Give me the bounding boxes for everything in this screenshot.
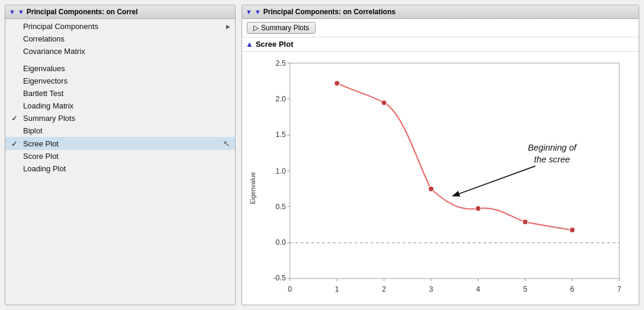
cursor-icon: ↖ (223, 139, 230, 148)
menu-item-summary-plots[interactable]: Summary Plots (5, 112, 235, 124)
svg-point-35 (475, 206, 481, 211)
menu-item-label-principal-components: Principal Components (23, 22, 98, 31)
right-panel-title: Principal Components: on Correlations (263, 8, 395, 16)
scree-plot-svg: 2.5 2.0 1.5 1.0 0.5 (256, 56, 633, 305)
left-panel: ▼ ▼ Principal Components: on Correl Prin… (5, 5, 236, 305)
menu-item-loading-matrix[interactable]: Loading Matrix (5, 100, 235, 112)
scree-section-title: Scree Plot (256, 40, 294, 49)
svg-text:0.0: 0.0 (276, 238, 286, 247)
menu-item-loading-plot[interactable]: Loading Plot (5, 162, 235, 175)
scree-collapse-icon[interactable]: ▲ (246, 40, 253, 49)
summary-plots-expand-icon: ▷ (253, 24, 259, 32)
menu-item-scree-plot[interactable]: Scree Plot↖ (5, 137, 235, 150)
y-axis-label: Eigenvalue (248, 56, 256, 305)
svg-text:-0.5: -0.5 (273, 274, 286, 282)
svg-text:1.5: 1.5 (276, 130, 286, 139)
menu-item-label-score-plot: Score Plot (23, 152, 59, 161)
svg-point-33 (381, 100, 387, 106)
summary-plots-label: Summary Plots (261, 24, 309, 32)
svg-point-37 (569, 227, 575, 232)
menu-item-label-scree-plot: Scree Plot (23, 139, 59, 148)
svg-text:0: 0 (288, 285, 292, 293)
menu-item-eigenvalues[interactable]: Eigenvalues (5, 62, 235, 75)
svg-text:5: 5 (523, 285, 527, 293)
svg-point-32 (334, 81, 340, 86)
right-panel-header: ▼ ▼ Principal Components: on Correlation… (242, 5, 639, 19)
right-panel: ▼ ▼ Principal Components: on Correlation… (242, 5, 639, 305)
svg-text:7: 7 (617, 285, 622, 293)
menu-item-label-eigenvectors: Eigenvectors (23, 76, 67, 85)
svg-text:0.5: 0.5 (276, 203, 286, 211)
menu-item-label-loading-plot: Loading Plot (23, 164, 66, 173)
right-collapse-arrow-icon[interactable]: ▼ (246, 8, 252, 15)
menu-item-label-correlations: Correlations (23, 34, 65, 43)
menu-item-covariance-matrix[interactable]: Covariance Matrix (5, 45, 235, 57)
menu-item-label-bartlett-test: Bartlett Test (23, 89, 63, 98)
left-panel-title: Principal Components: on Correl (27, 8, 138, 16)
right-indicator-icon: ▼ (255, 8, 261, 15)
summary-plots-button[interactable]: ▷ Summary Plots (247, 22, 315, 34)
menu-item-label-loading-matrix: Loading Matrix (23, 101, 73, 110)
chart-area: Eigenvalue 2.5 (242, 52, 639, 305)
scree-section-header: ▲ Scree Plot (242, 37, 639, 52)
menu-item-label-covariance-matrix: Covariance Matrix (23, 47, 85, 56)
left-panel-header: ▼ ▼ Principal Components: on Correl (5, 5, 235, 19)
svg-rect-0 (290, 63, 619, 278)
svg-point-34 (429, 186, 434, 191)
svg-text:the scree: the scree (534, 155, 570, 164)
svg-text:2: 2 (382, 285, 386, 293)
svg-text:Beginning of: Beginning of (528, 143, 578, 152)
collapse-arrow-icon[interactable]: ▼ (9, 8, 15, 15)
menu-item-principal-components[interactable]: Principal Components (5, 20, 235, 33)
svg-text:2.0: 2.0 (276, 95, 286, 103)
indicator-icon: ▼ (18, 8, 24, 15)
svg-text:1: 1 (335, 285, 339, 293)
menu-item-score-plot[interactable]: Score Plot (5, 150, 235, 162)
menu-item-label-biplot: Biplot (23, 126, 43, 135)
svg-text:6: 6 (570, 285, 574, 293)
chart-inner: Eigenvalue 2.5 (248, 56, 633, 305)
menu-item-label-eigenvalues: Eigenvalues (23, 64, 65, 73)
menu-item-biplot[interactable]: Biplot (5, 124, 235, 137)
svg-point-36 (523, 219, 528, 225)
svg-text:3: 3 (429, 285, 433, 293)
svg-text:2.5: 2.5 (276, 59, 286, 68)
svg-text:1.0: 1.0 (276, 167, 286, 175)
chart-wrapper: 2.5 2.0 1.5 1.0 0.5 (256, 56, 633, 305)
menu-separator (5, 57, 235, 62)
menu-item-correlations[interactable]: Correlations (5, 33, 235, 45)
menu-item-label-summary-plots: Summary Plots (23, 114, 75, 123)
svg-text:4: 4 (476, 285, 480, 293)
menu-item-bartlett-test[interactable]: Bartlett Test (5, 87, 235, 100)
menu-list: Principal ComponentsCorrelationsCovarian… (5, 19, 235, 176)
menu-item-eigenvectors[interactable]: Eigenvectors (5, 75, 235, 87)
